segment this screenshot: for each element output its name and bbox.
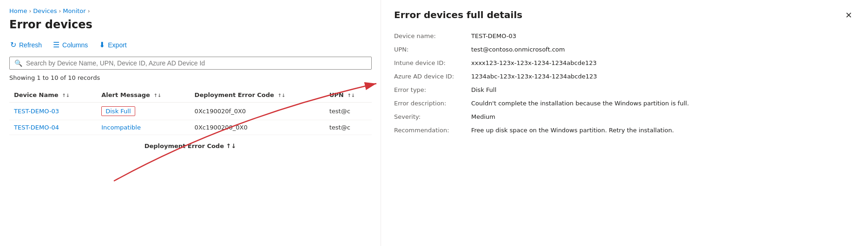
columns-icon: ☰ [53,40,59,49]
detail-label: Device name: [394,32,464,39]
toolbar: ↻ Refresh ☰ Columns ⬇ Export [9,39,371,51]
detail-row: Device name:TEST-DEMO-03 [394,32,855,39]
col-deployment-error-code[interactable]: Deployment Error Code ↑↓ [190,88,325,103]
detail-value: Medium [471,113,495,120]
columns-button[interactable]: ☰ Columns [52,39,89,51]
col-device-name[interactable]: Device Name ↑↓ [9,88,97,103]
refresh-label: Refresh [19,41,42,49]
breadcrumb-sep1: › [29,8,31,14]
export-icon: ⬇ [99,40,105,49]
sort-deployment-error-code-icon: ↑↓ [277,93,285,98]
detail-label: Error description: [394,100,464,107]
detail-label: Error type: [394,86,464,93]
breadcrumb-monitor[interactable]: Monitor [63,7,85,14]
search-input[interactable] [26,59,367,67]
detail-value: Free up disk space on the Windows partit… [471,127,674,134]
alert-message-link[interactable]: Incompatible [101,124,141,131]
devices-table: Device Name ↑↓ Alert Message ↑↓ Deployme… [9,88,372,135]
detail-label: Intune device ID: [394,59,464,66]
breadcrumb-devices[interactable]: Devices [33,7,57,14]
detail-fields: Device name:TEST-DEMO-03UPN:test@contoso… [394,32,855,134]
record-count: Showing 1 to 10 of 10 records [9,74,371,81]
sort-device-name-icon: ↑↓ [62,93,70,98]
export-button[interactable]: ⬇ Export [98,39,127,51]
detail-row: Severity:Medium [394,113,855,120]
detail-value: Disk Full [471,86,496,93]
table-footer-note: Deployment Error Code ↑↓ [9,142,371,149]
columns-label: Columns [62,41,88,49]
table-row: TEST-DEMO-03Disk Full0Xc190020f_0X0test@… [9,103,372,120]
refresh-button[interactable]: ↻ Refresh [9,39,43,51]
table-row: TEST-DEMO-04Incompatible0Xc1900200_0X0te… [9,120,372,135]
col-alert-message[interactable]: Alert Message ↑↓ [97,88,190,103]
sort-upn-icon: ↑↓ [347,93,355,98]
refresh-icon: ↻ [10,40,16,49]
detail-value: test@contoso.onmicrosoft.com [471,46,565,53]
detail-row: Error description:Couldn't complete the … [394,100,855,107]
breadcrumb-home[interactable]: Home [9,7,27,14]
close-button[interactable]: ✕ [842,9,855,21]
deployment-error-code: 0Xc1900200_0X0 [190,120,325,135]
page-title: Error devices [9,18,371,31]
table-header-row: Device Name ↑↓ Alert Message ↑↓ Deployme… [9,88,372,103]
breadcrumb-sep3: › [88,8,90,14]
export-label: Export [108,41,126,49]
sort-alert-message-icon: ↑↓ [153,93,161,98]
detail-label: Azure AD device ID: [394,73,464,80]
detail-row: Recommendation:Free up disk space on the… [394,127,855,134]
detail-row: Intune device ID:xxxx123-123x-123x-1234-… [394,59,855,66]
detail-row: UPN:test@contoso.onmicrosoft.com [394,46,855,53]
upn-value: test@c [325,103,372,120]
search-icon: 🔍 [14,59,22,67]
detail-value: Couldn't complete the installation becau… [471,100,689,107]
detail-value: xxxx123-123x-123x-1234-1234abcde123 [471,59,597,66]
device-name-link[interactable]: TEST-DEMO-04 [14,124,59,131]
right-panel: Error devices full details ✕ Device name… [381,0,868,246]
deployment-error-code: 0Xc190020f_0X0 [190,103,325,120]
breadcrumb: Home › Devices › Monitor › [9,7,371,14]
left-panel: Home › Devices › Monitor › Error devices… [0,0,381,246]
col-upn[interactable]: UPN ↑↓ [325,88,372,103]
upn-value: test@c [325,120,372,135]
detail-row: Azure AD device ID:1234abc-123x-123x-123… [394,73,855,80]
detail-row: Error type:Disk Full [394,86,855,93]
detail-label: Severity: [394,113,464,120]
detail-header: Error devices full details ✕ [394,9,855,21]
detail-title: Error devices full details [394,9,522,20]
detail-value: 1234abc-123x-123x-1234-1234abcde123 [471,73,597,80]
detail-label: Recommendation: [394,127,464,134]
detail-label: UPN: [394,46,464,53]
device-name-link[interactable]: TEST-DEMO-03 [14,108,59,115]
breadcrumb-sep2: › [59,8,61,14]
search-bar: 🔍 [9,57,372,70]
alert-message-highlighted[interactable]: Disk Full [101,106,135,116]
detail-value: TEST-DEMO-03 [471,32,516,39]
